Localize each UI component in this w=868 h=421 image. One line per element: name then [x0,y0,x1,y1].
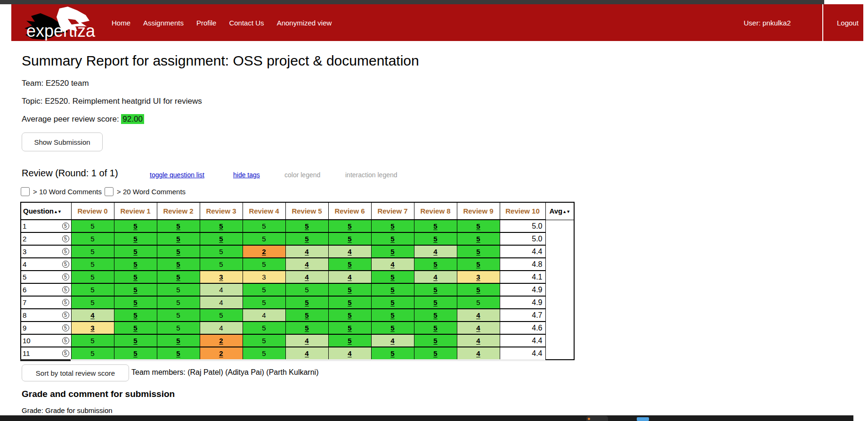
expertiza-logo[interactable]: expertiza [23,5,124,41]
score-cell[interactable]: 5 [328,232,371,245]
score-link[interactable]: 4 [476,324,480,332]
score-link[interactable]: 4 [476,337,480,345]
score-link[interactable]: 5 [476,222,480,230]
score-cell[interactable]: 5 [414,322,457,334]
score-link[interactable]: 5 [476,260,480,268]
score-cell[interactable]: 2 [200,334,243,347]
score-link[interactable]: 5 [390,248,394,256]
sort-arrows-icon[interactable]: ▲▼ [562,209,570,214]
score-link[interactable]: 5 [476,286,480,294]
score-link[interactable]: 5 [433,298,437,306]
score-link[interactable]: 4 [390,337,394,345]
avg-column-header[interactable]: Avg▲▼ [545,202,574,220]
score-cell[interactable]: 5 [285,220,328,232]
hide-tags-link[interactable]: hide tags [233,171,260,179]
score-link[interactable]: 5 [348,222,351,230]
logout-link[interactable]: Logout [837,19,859,27]
score-cell[interactable]: 5 [114,322,157,334]
score-cell[interactable]: 5 [371,271,414,283]
nav-item-anonymized-view[interactable]: Anonymized view [277,19,332,27]
score-link[interactable]: 5 [348,235,351,243]
score-cell[interactable]: 4 [371,258,414,271]
score-link[interactable]: 5 [433,222,437,230]
score-link[interactable]: 4 [305,337,308,345]
score-cell[interactable]: 4 [328,245,371,258]
question-weight-icon[interactable]: 5 [62,261,69,268]
score-cell[interactable]: 5 [371,220,414,232]
score-cell[interactable]: 5 [414,232,457,245]
score-cell[interactable]: 5 [371,309,414,322]
score-link[interactable]: 5 [390,349,394,357]
score-link[interactable]: 5 [348,311,351,319]
score-cell[interactable]: 5 [371,283,414,296]
score-link[interactable]: 5 [305,298,308,306]
score-cell[interactable]: 5 [457,258,500,271]
score-link[interactable]: 4 [348,349,351,357]
score-link[interactable]: 5 [433,311,437,319]
score-link[interactable]: 4 [476,311,480,319]
nav-item-home[interactable]: Home [112,19,130,27]
score-cell[interactable]: 5 [371,347,414,360]
question-weight-icon[interactable]: 5 [62,273,69,281]
score-cell[interactable]: 5 [414,309,457,322]
score-link[interactable]: 3 [219,273,223,281]
score-cell[interactable]: 5 [414,334,457,347]
score-cell[interactable]: 4 [71,309,114,322]
score-cell[interactable]: 5 [328,309,371,322]
score-cell[interactable]: 5 [414,258,457,271]
score-cell[interactable]: 5 [328,258,371,271]
score-cell[interactable]: 5 [371,296,414,309]
score-cell[interactable]: 4 [328,347,371,360]
toggle-question-list-link[interactable]: toggle question list [150,171,204,179]
score-link[interactable]: 4 [348,273,351,281]
score-link[interactable]: 5 [133,222,137,230]
score-cell[interactable]: 3 [200,271,243,283]
score-cell[interactable]: 5 [157,245,200,258]
score-cell[interactable]: 4 [414,271,457,283]
score-cell[interactable]: 5 [157,232,200,245]
color-legend-link[interactable]: color legend [284,171,320,179]
score-link[interactable]: 5 [390,235,394,243]
score-cell[interactable]: 5 [114,220,157,232]
score-cell[interactable]: 3 [71,322,114,334]
score-link[interactable]: 4 [433,273,437,281]
score-link[interactable]: 5 [433,286,437,294]
score-link[interactable]: 5 [133,235,137,243]
score-cell[interactable]: 5 [285,309,328,322]
score-cell[interactable]: 5 [114,296,157,309]
score-link[interactable]: 5 [133,349,137,357]
score-link[interactable]: 5 [305,311,308,319]
question-weight-icon[interactable]: 5 [62,235,69,242]
score-link[interactable]: 4 [90,311,94,319]
question-weight-icon[interactable]: 5 [62,324,69,331]
question-column-header[interactable]: Question▲▼ [21,202,71,220]
score-link[interactable]: 5 [176,337,180,345]
score-link[interactable]: 5 [348,286,351,294]
score-cell[interactable]: 5 [157,347,200,360]
score-link[interactable]: 5 [219,235,223,243]
score-link[interactable]: 4 [433,248,437,256]
nav-item-assignments[interactable]: Assignments [143,19,184,27]
score-link[interactable]: 5 [176,222,180,230]
score-link[interactable]: 5 [390,286,394,294]
score-link[interactable]: 5 [133,273,137,281]
score-cell[interactable]: 5 [371,322,414,334]
score-link[interactable]: 5 [133,298,137,306]
show-submission-button[interactable]: Show Submission [22,132,103,151]
score-link[interactable]: 5 [390,222,394,230]
score-cell[interactable]: 2 [243,245,285,258]
score-cell[interactable]: 4 [285,258,328,271]
taskbar-blue-app-icon[interactable] [637,417,649,421]
score-link[interactable]: 5 [133,337,137,345]
score-link[interactable]: 5 [348,337,351,345]
score-link[interactable]: 5 [433,260,437,268]
score-link[interactable]: 5 [176,273,180,281]
score-cell[interactable]: 5 [414,220,457,232]
interaction-legend-link[interactable]: interaction legend [345,171,397,179]
score-cell[interactable]: 5 [114,283,157,296]
score-cell[interactable]: 2 [200,347,243,360]
score-cell[interactable]: 4 [285,347,328,360]
score-link[interactable]: 5 [433,349,437,357]
score-link[interactable]: 4 [305,349,308,357]
score-cell[interactable]: 5 [114,258,157,271]
